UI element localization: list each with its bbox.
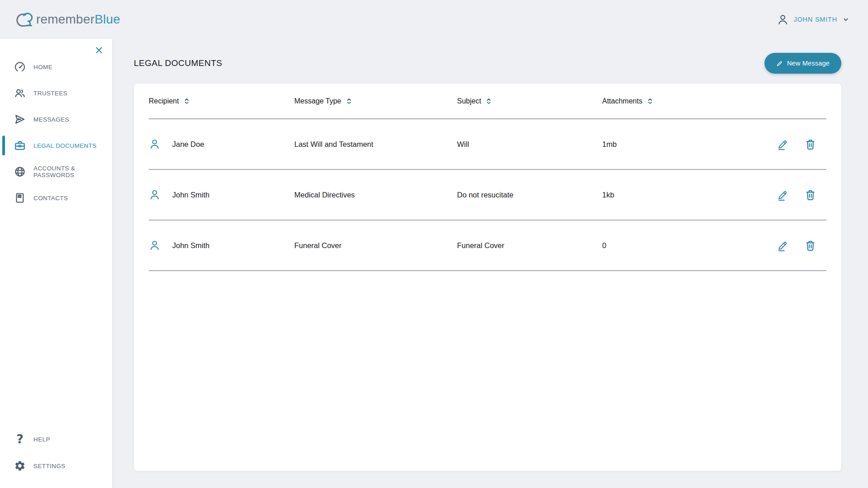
sidebar-item-label: HOME — [33, 64, 52, 70]
column-label: Recipient — [149, 97, 179, 105]
gear-icon — [14, 460, 26, 472]
pencil-icon — [776, 60, 783, 67]
column-header-attachments[interactable]: Attachments — [602, 97, 751, 106]
table-row: John Smith Medical Directives Do not res… — [149, 170, 826, 221]
row-actions — [751, 239, 826, 252]
sidebar-item-messages[interactable]: MESSAGES — [0, 106, 112, 132]
column-label: Message Type — [294, 97, 341, 105]
column-label: Subject — [457, 97, 481, 105]
main-content: LEGAL DOCUMENTS New Message Recipient — [112, 39, 868, 488]
trash-icon — [804, 239, 816, 252]
documents-card: Recipient Message Type Subject — [134, 84, 841, 471]
message-type-cell: Last Will and Testament — [294, 140, 457, 149]
app-header: rememberBlue JOHN SMITH — [0, 0, 868, 39]
delete-button[interactable] — [804, 189, 816, 201]
new-message-label: New Message — [787, 60, 830, 67]
sidebar-item-trustees[interactable]: TRUSTEES — [0, 80, 112, 106]
row-actions — [751, 189, 826, 201]
briefcase-icon — [14, 140, 26, 151]
brand-logo[interactable]: rememberBlue — [12, 9, 120, 29]
edit-button[interactable] — [777, 138, 789, 150]
table-header-row: Recipient Message Type Subject — [149, 84, 826, 119]
sidebar-item-settings[interactable]: SETTINGS — [0, 453, 112, 479]
sort-icon — [646, 97, 655, 106]
sidebar-item-label: CONTACTS — [33, 195, 68, 202]
sort-icon — [344, 97, 354, 106]
sort-icon — [182, 97, 191, 106]
sidebar-item-legal-documents[interactable]: LEGAL DOCUMENTS — [0, 132, 112, 159]
user-avatar-icon — [777, 14, 789, 26]
sidebar-item-label: SETTINGS — [33, 463, 66, 469]
recipient-name: John Smith — [172, 191, 210, 199]
edit-pencil-icon — [777, 138, 789, 150]
sidebar-item-contacts[interactable]: CONTACTS — [0, 185, 112, 211]
sidebar-item-label: MESSAGES — [33, 116, 69, 123]
globe-icon — [14, 166, 26, 178]
recipient-cell: Jane Doe — [149, 138, 294, 150]
sidebar-item-help[interactable]: ? HELP — [0, 426, 112, 452]
contact-book-icon — [14, 192, 26, 204]
chevron-down-icon — [842, 15, 850, 23]
page-title: LEGAL DOCUMENTS — [134, 58, 222, 68]
sidebar-item-label: ACCOUNTS & PASSWORDS — [33, 165, 112, 178]
active-indicator-bar — [2, 136, 5, 155]
message-type-cell: Funeral Cover — [294, 241, 457, 250]
sidebar-item-home[interactable]: HOME — [0, 54, 112, 80]
sidebar-item-accounts-passwords[interactable]: ACCOUNTS & PASSWORDS — [0, 159, 112, 185]
person-icon — [149, 239, 160, 251]
brand-wordmark: rememberBlue — [36, 12, 120, 27]
new-message-button[interactable]: New Message — [764, 53, 841, 74]
gauge-icon — [14, 61, 26, 73]
subject-cell: Will — [457, 140, 602, 149]
person-icon — [149, 189, 160, 201]
recipient-cell: John Smith — [149, 189, 294, 201]
delete-button[interactable] — [804, 239, 816, 252]
subject-cell: Funeral Cover — [457, 241, 602, 250]
table-row: Jane Doe Last Will and Testament Will 1m… — [149, 119, 826, 170]
column-header-subject[interactable]: Subject — [457, 97, 602, 106]
user-menu[interactable]: JOHN SMITH — [777, 14, 850, 26]
recipient-cell: John Smith — [149, 239, 294, 251]
sidebar-item-label: HELP — [33, 436, 50, 443]
trash-icon — [804, 138, 816, 150]
row-actions — [751, 138, 826, 150]
recipient-name: Jane Doe — [172, 140, 204, 149]
send-icon — [14, 113, 26, 125]
column-label: Attachments — [602, 97, 642, 105]
subject-cell: Do not resucitate — [457, 191, 602, 199]
title-row: LEGAL DOCUMENTS New Message — [134, 52, 841, 74]
edit-pencil-icon — [777, 239, 789, 252]
column-header-recipient[interactable]: Recipient — [149, 97, 294, 106]
message-type-cell: Medical Directives — [294, 191, 457, 199]
table-row: John Smith Funeral Cover Funeral Cover 0 — [149, 221, 826, 271]
cloud-logo-icon — [12, 9, 38, 29]
sidebar-item-label: TRUSTEES — [33, 90, 67, 97]
recipient-name: John Smith — [172, 241, 210, 250]
question-mark-icon: ? — [14, 433, 26, 445]
attachments-cell: 1mb — [602, 140, 751, 149]
user-name: JOHN SMITH — [793, 16, 837, 23]
sidebar-item-label: LEGAL DOCUMENTS — [33, 142, 97, 149]
trash-icon — [804, 189, 816, 201]
edit-pencil-icon — [777, 189, 789, 201]
attachments-cell: 0 — [602, 241, 751, 250]
edit-button[interactable] — [777, 189, 789, 201]
people-icon — [14, 87, 26, 99]
attachments-cell: 1kb — [602, 191, 751, 199]
sidebar: HOME TRUSTEES MESSAGES — [0, 39, 112, 488]
edit-button[interactable] — [777, 239, 789, 252]
person-icon — [149, 138, 160, 150]
column-header-message-type[interactable]: Message Type — [294, 97, 457, 106]
delete-button[interactable] — [804, 138, 816, 150]
sort-icon — [484, 97, 493, 106]
